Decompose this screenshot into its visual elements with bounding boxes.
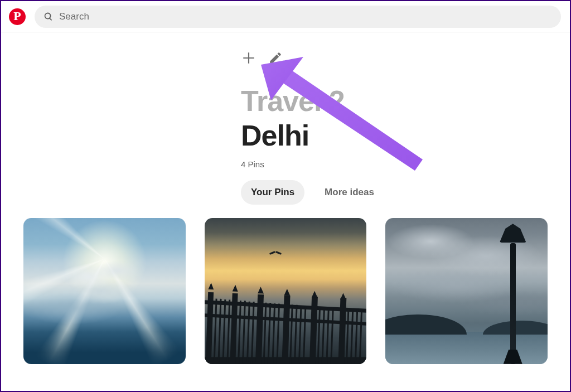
water xyxy=(385,332,548,364)
svg-marker-34 xyxy=(232,285,238,292)
svg-rect-31 xyxy=(354,310,358,364)
search-input[interactable] xyxy=(59,11,552,22)
pinterest-logo-letter: P xyxy=(13,10,21,22)
svg-rect-9 xyxy=(213,299,217,361)
hills xyxy=(385,314,548,335)
svg-rect-23 xyxy=(298,306,302,364)
lamp-post xyxy=(507,224,519,364)
svg-marker-37 xyxy=(311,291,317,298)
search-bar[interactable] xyxy=(35,6,561,28)
pin-thumbnail[interactable] xyxy=(205,218,367,364)
svg-rect-13 xyxy=(238,301,241,363)
svg-rect-27 xyxy=(326,308,330,364)
svg-rect-29 xyxy=(345,309,349,364)
svg-rect-30 xyxy=(350,309,354,364)
svg-marker-35 xyxy=(258,287,264,293)
svg-marker-33 xyxy=(208,283,214,289)
tab-your-pins[interactable]: Your Pins xyxy=(241,180,304,205)
board-actions xyxy=(241,50,570,66)
svg-rect-15 xyxy=(246,302,250,364)
svg-rect-26 xyxy=(321,307,325,364)
svg-rect-17 xyxy=(263,303,267,364)
tab-more-ideas[interactable]: More ideas xyxy=(314,180,384,205)
svg-marker-36 xyxy=(284,289,290,296)
svg-rect-18 xyxy=(267,303,271,364)
svg-rect-21 xyxy=(289,305,293,364)
svg-rect-12 xyxy=(226,300,230,362)
board-title: Delhi xyxy=(241,120,570,152)
bird-silhouette xyxy=(269,250,282,258)
board-header: Travel 2 Delhi 4 Pins Your Pins More ide… xyxy=(1,32,570,205)
pin-thumbnail[interactable] xyxy=(385,218,548,364)
plus-icon xyxy=(241,51,256,65)
pencil-icon xyxy=(268,51,283,65)
svg-rect-25 xyxy=(317,307,321,364)
svg-rect-16 xyxy=(250,302,254,364)
svg-rect-11 xyxy=(222,299,226,362)
fence-silhouette xyxy=(205,273,367,364)
pin-count: 4 Pins xyxy=(241,159,570,169)
add-button[interactable] xyxy=(241,50,257,66)
svg-rect-19 xyxy=(272,304,275,364)
pin-thumbnail[interactable] xyxy=(23,218,186,364)
edit-button[interactable] xyxy=(268,50,283,66)
header: P xyxy=(1,1,570,32)
svg-rect-28 xyxy=(330,308,334,364)
search-icon xyxy=(43,12,54,22)
svg-marker-38 xyxy=(340,293,346,300)
pinterest-logo[interactable]: P xyxy=(9,8,26,25)
board-parent-name: Travel 2 xyxy=(241,86,570,117)
svg-rect-24 xyxy=(302,306,306,364)
svg-rect-20 xyxy=(276,304,280,364)
svg-rect-22 xyxy=(293,305,297,364)
svg-rect-14 xyxy=(242,301,246,364)
app-frame: P Travel 2 Delhi 4 Pins Your Pins More i… xyxy=(0,0,571,392)
board-tabs: Your Pins More ideas xyxy=(241,180,570,205)
pins-grid xyxy=(1,205,570,364)
svg-rect-10 xyxy=(217,299,221,361)
svg-rect-32 xyxy=(359,310,362,364)
